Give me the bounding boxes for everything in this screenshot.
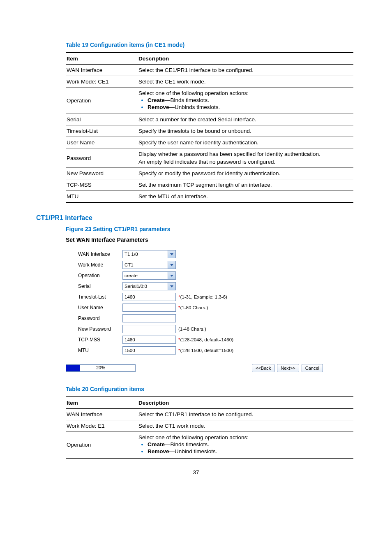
field-label: Serial <box>78 283 122 289</box>
table-row: Work Mode: CE1Select the CE1 work mode. <box>66 76 353 88</box>
form-row: Password <box>78 313 325 324</box>
cell-desc: Set the MTU of an interface. <box>138 191 353 203</box>
table-row: Work Mode: E1Select the CT1 work mode. <box>66 420 353 432</box>
form-row: User Name*(1-80 Chars.) <box>78 302 325 313</box>
divider <box>66 360 325 360</box>
cell-item: WAN Interface <box>66 65 138 76</box>
table20: Item Description WAN InterfaceSelect the… <box>66 396 353 459</box>
cell-desc: Select one of the following operation ac… <box>138 432 353 459</box>
field-label: New Password <box>78 326 122 332</box>
cancel-button[interactable]: Cancel <box>302 364 323 372</box>
table19-caption: Table 19 Configuration items (in CE1 mod… <box>66 42 356 48</box>
cell-item: MTU <box>66 191 138 203</box>
field-hint: *(1-31, Example: 1,3-6) <box>178 294 227 299</box>
text-input[interactable]: 1500 <box>122 346 176 355</box>
cell-desc: Select the CT1 work mode. <box>138 420 353 432</box>
cell-desc: Select the CE1/PR1 interface to be confi… <box>138 65 353 76</box>
page-number: 37 <box>36 469 356 475</box>
next-button[interactable]: Next>> <box>277 364 299 372</box>
cell-item: Operation <box>66 88 138 114</box>
table-row: User NameSpecify the user name for ident… <box>66 137 353 148</box>
field-hint: *(128-2048, default=1460) <box>178 337 233 342</box>
form-row: Operationcreate <box>78 270 325 281</box>
form-row: Work ModeCT1 <box>78 260 325 270</box>
figure23-title: Set WAN Interface Parameters <box>66 236 325 243</box>
form-row: WAN InterfaceT1 1/0 <box>78 249 325 260</box>
dropdown-field[interactable]: CT1 <box>122 261 176 269</box>
table20-caption: Table 20 Configuration items <box>66 386 356 392</box>
cell-desc: Display whether a password has been spec… <box>138 148 353 168</box>
cell-item: Work Mode: CE1 <box>66 76 138 88</box>
th-item: Item <box>66 397 138 409</box>
field-label: Password <box>78 315 122 321</box>
cell-desc: Select the CT1/PR1 interface to be confi… <box>138 409 353 420</box>
text-input[interactable]: 1460 <box>122 336 176 344</box>
table-row: Timeslot-ListSpecify the timeslots to be… <box>66 125 353 137</box>
cell-desc: Specify or modify the password for ident… <box>138 168 353 179</box>
table-row: MTUSet the MTU of an interface. <box>66 191 353 203</box>
cell-desc: Specify the timeslots to be bound or unb… <box>138 125 353 137</box>
section-heading-ct1pr1: CT1/PR1 interface <box>36 214 356 222</box>
field-label: MTU <box>78 348 122 353</box>
cell-item: WAN Interface <box>66 409 138 420</box>
table-row: SerialSelect a number for the created Se… <box>66 114 353 125</box>
form-row: TCP-MSS1460*(128-2048, default=1460) <box>78 334 325 345</box>
back-button[interactable]: <<Back <box>252 364 274 372</box>
th-item: Item <box>66 53 138 65</box>
form-row: New Password(1-48 Chars.) <box>78 324 325 334</box>
table-row: TCP-MSSSet the maximum TCP segment lengt… <box>66 179 353 191</box>
cell-desc: Select the CE1 work mode. <box>138 76 353 88</box>
cell-desc: Select one of the following operation ac… <box>138 88 353 114</box>
field-label: Operation <box>78 273 122 278</box>
dropdown-field[interactable]: create <box>122 271 176 280</box>
cell-item: User Name <box>66 137 138 148</box>
field-label: WAN Interface <box>78 251 122 257</box>
cell-desc: Select a number for the created Serial i… <box>138 114 353 125</box>
cell-item: New Password <box>66 168 138 179</box>
text-input[interactable] <box>122 304 176 312</box>
cell-item: Timeslot-List <box>66 125 138 137</box>
dropdown-field[interactable]: Serial1/0:0 <box>122 282 176 290</box>
cell-item: Work Mode: E1 <box>66 420 138 432</box>
field-label: User Name <box>78 305 122 311</box>
text-input[interactable] <box>122 325 176 333</box>
table19: Item Description WAN InterfaceSelect the… <box>66 52 353 203</box>
text-input[interactable] <box>122 314 176 322</box>
table-row: WAN InterfaceSelect the CT1/PR1 interfac… <box>66 409 353 420</box>
cell-desc: Specify the user name for identity authe… <box>138 137 353 148</box>
field-hint: (1-48 Chars.) <box>178 327 206 331</box>
progress-text: 20% <box>66 365 135 370</box>
form-row: Timeslot-List1460*(1-31, Example: 1,3-6) <box>78 292 325 302</box>
table-row: PasswordDisplay whether a password has b… <box>66 148 353 168</box>
table-row: OperationSelect one of the following ope… <box>66 432 353 459</box>
field-label: Work Mode <box>78 262 122 268</box>
cell-item: Serial <box>66 114 138 125</box>
cell-item: Password <box>66 148 138 168</box>
table-row: OperationSelect one of the following ope… <box>66 88 353 114</box>
field-hint: *(1-80 Chars.) <box>178 305 208 310</box>
cell-desc: Set the maximum TCP segment length of an… <box>138 179 353 191</box>
th-desc: Description <box>138 397 353 409</box>
figure23-caption: Figure 23 Setting CT1/PR1 parameters <box>66 226 356 232</box>
field-hint: *(128-1500, default=1500) <box>178 348 233 353</box>
dropdown-field[interactable]: T1 1/0 <box>122 250 176 258</box>
cell-item: Operation <box>66 432 138 459</box>
th-desc: Description <box>138 53 353 65</box>
table-row: New PasswordSpecify or modify the passwo… <box>66 168 353 179</box>
figure23: Set WAN Interface Parameters WAN Interfa… <box>66 236 325 373</box>
text-input[interactable]: 1460 <box>122 293 176 301</box>
cell-item: TCP-MSS <box>66 179 138 191</box>
field-label: Timeslot-List <box>78 294 122 300</box>
form-row: SerialSerial1/0:0 <box>78 281 325 292</box>
field-label: TCP-MSS <box>78 337 122 343</box>
progress-bar: 20% <box>66 364 136 372</box>
form-row: MTU1500*(128-1500, default=1500) <box>78 345 325 356</box>
table-row: WAN InterfaceSelect the CE1/PR1 interfac… <box>66 65 353 76</box>
